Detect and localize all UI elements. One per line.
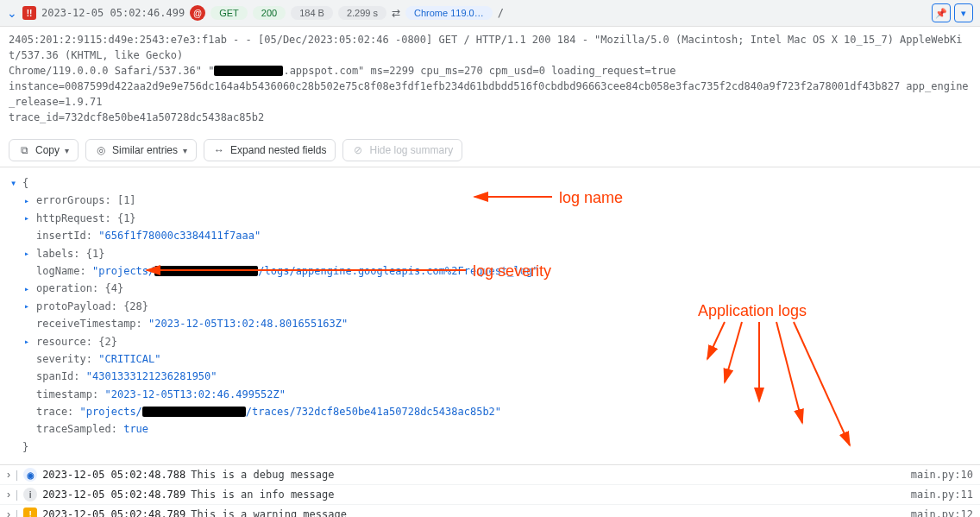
dropdown-button[interactable]: ▾ [954,3,973,22]
user-agent-pill[interactable]: Chrome 119.0… [405,6,493,20]
log-row[interactable]: ›| i 2023-12-05 05:02:48.789 This is an … [0,485,980,505]
expand-icon[interactable]: ▸ [24,193,36,208]
expand-fields-button[interactable]: ↔ Expand nested fields [204,139,336,161]
copy-icon: ⧉ [18,144,30,156]
log-source: main.py:11 [911,489,973,501]
hide-icon: ⊘ [352,144,364,156]
expand-icon[interactable]: ▸ [24,246,36,261]
severity-critical-icon: !! [22,6,36,20]
log-timestamp: 2023-12-05 05:02:48.789 [42,508,185,517]
log-timestamp: 2023-12-05 05:02:48.788 [42,469,185,481]
expand-chevron-icon[interactable]: › [7,469,10,481]
chevron-down-icon: ▾ [183,146,187,155]
log-row[interactable]: ›| ! 2023-12-05 05:02:48.789 This is a w… [0,505,980,517]
log-row[interactable]: ›| ◉ 2023-12-05 05:02:48.788 This is a d… [0,465,980,485]
severity-debug-icon: ◉ [23,468,37,482]
target-icon: ◎ [95,144,107,156]
log-toolbar: ⧉ Copy ▾ ◎ Similar entries ▾ ↔ Expand ne… [0,134,980,167]
response-size-pill[interactable]: 184 B [291,6,333,20]
expand-icon[interactable]: ▸ [24,211,36,225]
expand-icon: ↔ [213,144,225,156]
similar-entries-button[interactable]: ◎ Similar entries ▾ [85,139,197,161]
chevron-down-icon: ▾ [65,146,69,155]
expand-icon[interactable]: ▸ [24,299,36,313]
request-path: / [498,7,504,19]
hide-summary-button[interactable]: ⊘ Hide log summary [342,139,462,161]
collapse-icon[interactable]: ▾ [10,174,22,192]
header-timestamp: 2023-12-05 05:02:46.499 [41,7,185,19]
expand-chevron-icon[interactable]: › [7,508,10,517]
network-icon: ⇄ [392,7,400,19]
log-source: main.py:10 [911,469,973,481]
log-message: This is an info message [191,489,905,501]
expand-icon[interactable]: ▸ [24,281,36,296]
application-logs-list: ›| ◉ 2023-12-05 05:02:48.788 This is a d… [0,464,980,517]
redacted-text [214,66,283,76]
http-status-pill[interactable]: 200 [253,6,286,20]
duration-pill[interactable]: 2.299 s [338,6,386,20]
pin-button[interactable]: 📌 [932,3,951,22]
log-entry-header[interactable]: ⌄ !! 2023-12-05 05:02:46.499 @ GET 200 1… [0,0,980,27]
redacted-text [142,407,246,417]
severity-warning-icon: ! [23,508,37,517]
expand-icon[interactable]: ▸ [24,334,36,349]
severity-info-icon: i [23,488,37,501]
copy-button[interactable]: ⧉ Copy ▾ [9,139,79,161]
raw-log-text: 2405:201:2:9115:d49e:2543:e7e3:f1ab - - … [0,27,980,134]
http-method-pill[interactable]: GET [210,6,248,20]
log-message: This is a warning message [191,508,905,517]
at-badge-icon: @ [190,5,205,21]
expand-chevron-icon[interactable]: › [7,489,10,501]
json-tree: ▾{ ▸errorGroups: [1] ▸httpRequest: {1} i… [0,167,980,464]
collapse-chevron-icon[interactable]: ⌄ [7,6,17,20]
log-message: This is a debug message [191,469,905,481]
redacted-text [154,266,258,276]
log-timestamp: 2023-12-05 05:02:48.789 [42,489,185,501]
log-source: main.py:12 [911,508,973,517]
